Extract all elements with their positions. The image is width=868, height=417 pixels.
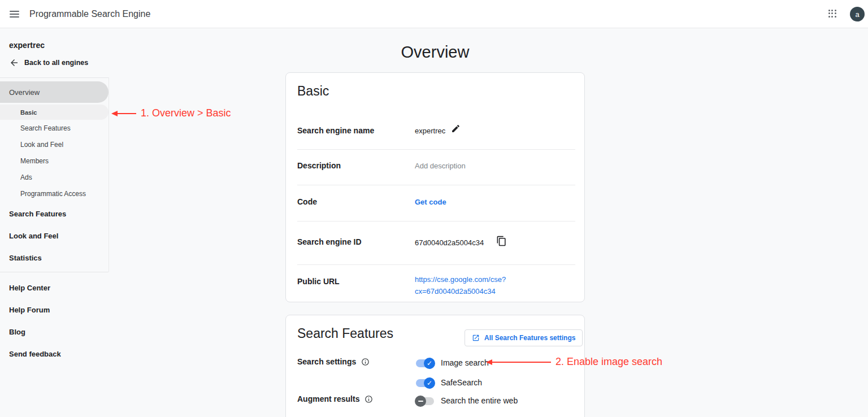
menu-icon[interactable] [10,11,19,18]
row-divider [297,185,575,185]
copy-icon[interactable] [496,236,507,246]
annotation-step2: 2. Enable image search [486,356,662,368]
info-icon[interactable] [364,395,373,403]
minus-icon [418,401,423,402]
image-search-label: Image search [441,358,489,367]
sidebar-item-search-features[interactable]: Search Features [9,210,66,218]
row-divider [297,264,575,265]
row-divider [297,149,575,150]
sidebar-item-help-forum[interactable]: Help Forum [9,306,50,314]
sidebar-subitem-ads[interactable]: Ads [20,173,32,181]
basic-card: Basic Search engine name expertrec Descr… [285,72,585,302]
search-engine-id-label: Search engine ID [297,237,362,246]
sidebar-subitem-label: Basic [20,109,37,116]
row-divider [297,221,575,221]
sidebar-item-statistics[interactable]: Statistics [9,254,42,262]
arrow-line [492,362,551,363]
sidebar-item-overview[interactable]: Overview [0,81,108,103]
annotation-step2-text: 2. Enable image search [555,356,662,368]
page-title: Overview [285,43,585,62]
sidebar-vertical-divider [108,77,109,272]
sidebar-divider-top [0,77,108,78]
app-title: Programmable Search Engine [29,9,150,19]
sidebar-item-look-and-feel[interactable]: Look and Feel [9,232,58,240]
check-icon: ✓ [427,380,432,386]
safesearch-toggle[interactable]: ✓ [416,379,434,387]
annotation-step1-text: 1. Overview > Basic [141,107,231,119]
back-to-all-engines-link[interactable]: Back to all engines [9,58,88,68]
public-url-line2: cx=67d0040d2a5004c34 [415,287,496,296]
image-search-toggle[interactable]: ✓ [416,359,434,367]
public-url-link[interactable]: https://cse.google.com/cse?cx=67d0040d2a… [415,273,506,297]
public-url-label: Public URL [297,277,340,286]
sidebar-divider-bottom [0,272,108,272]
search-features-card-title: Search Features [297,326,393,341]
code-label: Code [297,197,317,206]
settings-button-label: All Search Features settings [484,334,575,342]
public-url-line1: https://cse.google.com/cse? [415,275,506,284]
search-entire-web-toggle[interactable] [416,397,434,405]
basic-card-title: Basic [297,84,329,99]
search-settings-label: Search settings [297,357,370,366]
sidebar-subitem-programmatic-access[interactable]: Programmatic Access [20,190,86,198]
arrow-line [118,113,136,114]
engine-name: expertrec [9,41,45,50]
app-window: Programmable Search Engine a expertrec B… [0,0,868,417]
safesearch-label: SafeSearch [441,378,482,387]
sidebar-subitem-members[interactable]: Members [20,157,49,165]
apps-grid-icon[interactable] [828,10,837,19]
sidebar-item-blog[interactable]: Blog [9,328,25,336]
sidebar-item-help-center[interactable]: Help Center [9,284,50,292]
search-engine-name-label: Search engine name [297,126,374,135]
toggle-knob: ✓ [424,358,435,369]
sidebar-subitem-search-features[interactable]: Search Features [20,124,71,132]
description-placeholder[interactable]: Add description [415,162,466,170]
sidebar-subitem-look-and-feel[interactable]: Look and Feel [20,141,63,149]
arrow-left-icon [486,359,492,365]
toggle-knob [415,396,426,407]
search-engine-name-value: expertrec [415,127,445,135]
arrow-left-icon [111,111,118,116]
search-entire-web-label: Search the entire web [441,396,518,405]
sidebar-item-send-feedback[interactable]: Send feedback [9,350,61,358]
info-icon[interactable] [361,358,370,366]
augment-results-text: Augment results [297,394,359,403]
edit-pencil-icon[interactable] [451,124,461,133]
sidebar: expertrec Back to all engines Overview B… [0,28,109,417]
description-label: Description [297,161,341,170]
sidebar-item-label: Overview [9,88,40,97]
back-arrow-icon [9,58,19,68]
all-search-features-settings-button[interactable]: All Search Features settings [465,329,583,346]
avatar[interactable]: a [850,7,865,21]
search-settings-text: Search settings [297,357,356,366]
topbar: Programmable Search Engine a [0,0,868,28]
annotation-step1: 1. Overview > Basic [111,107,231,119]
sidebar-subitem-basic[interactable]: Basic [0,105,108,120]
open-in-new-icon [472,334,480,342]
back-label: Back to all engines [24,59,88,67]
toggle-knob: ✓ [424,377,435,389]
search-engine-id-value: 67d0040d2a5004c34 [415,238,484,247]
get-code-link[interactable]: Get code [415,198,446,206]
check-icon: ✓ [427,360,432,367]
augment-results-label: Augment results [297,394,373,403]
